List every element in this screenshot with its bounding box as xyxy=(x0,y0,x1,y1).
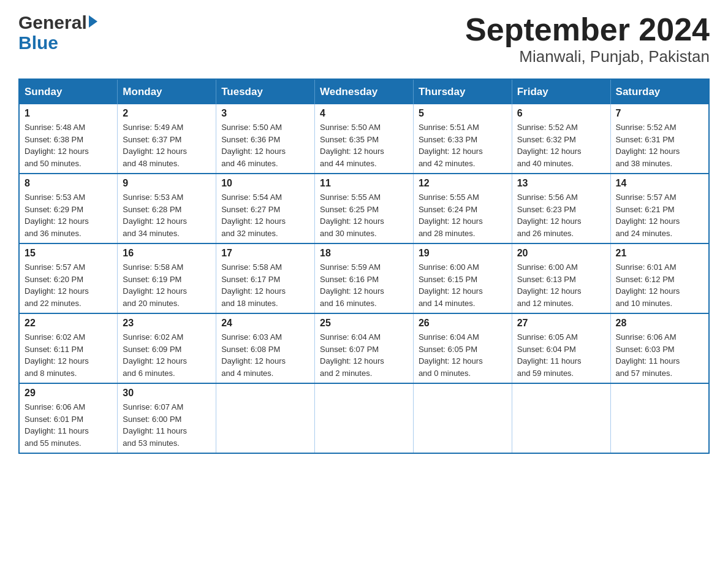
calendar-cell: 25Sunrise: 6:04 AMSunset: 6:07 PMDayligh… xyxy=(315,313,414,383)
day-number: 16 xyxy=(123,248,211,259)
calendar-cell: 16Sunrise: 5:58 AMSunset: 6:19 PMDayligh… xyxy=(118,243,216,313)
week-row-5: 29Sunrise: 6:06 AMSunset: 6:01 PMDayligh… xyxy=(19,383,709,453)
day-number: 24 xyxy=(221,318,309,329)
day-number: 30 xyxy=(123,388,211,399)
calendar-cell xyxy=(315,383,414,453)
title-block: September 2024 Mianwali, Punjab, Pakista… xyxy=(465,12,710,66)
day-number: 18 xyxy=(320,248,408,259)
calendar-cell: 18Sunrise: 5:59 AMSunset: 6:16 PMDayligh… xyxy=(315,243,414,313)
page-subtitle: Mianwali, Punjab, Pakistan xyxy=(465,47,710,66)
day-info: Sunrise: 6:06 AMSunset: 6:01 PMDaylight:… xyxy=(25,401,112,449)
calendar-cell xyxy=(512,383,610,453)
day-info: Sunrise: 5:55 AMSunset: 6:24 PMDaylight:… xyxy=(419,191,507,239)
calendar-cell: 15Sunrise: 5:57 AMSunset: 6:20 PMDayligh… xyxy=(19,243,118,313)
page-header: General Blue September 2024 Mianwali, Pu… xyxy=(18,12,710,66)
day-info: Sunrise: 5:49 AMSunset: 6:37 PMDaylight:… xyxy=(123,121,211,169)
day-number: 25 xyxy=(320,318,408,329)
day-info: Sunrise: 6:07 AMSunset: 6:00 PMDaylight:… xyxy=(123,401,211,449)
calendar-cell: 28Sunrise: 6:06 AMSunset: 6:03 PMDayligh… xyxy=(610,313,709,383)
day-info: Sunrise: 6:04 AMSunset: 6:05 PMDaylight:… xyxy=(419,331,507,379)
calendar-cell: 11Sunrise: 5:55 AMSunset: 6:25 PMDayligh… xyxy=(315,174,414,243)
day-number: 5 xyxy=(419,108,507,119)
calendar-cell: 10Sunrise: 5:54 AMSunset: 6:27 PMDayligh… xyxy=(216,174,315,243)
day-number: 28 xyxy=(616,318,703,329)
calendar-cell: 17Sunrise: 5:58 AMSunset: 6:17 PMDayligh… xyxy=(216,243,315,313)
day-info: Sunrise: 6:02 AMSunset: 6:09 PMDaylight:… xyxy=(123,331,211,379)
week-row-2: 8Sunrise: 5:53 AMSunset: 6:29 PMDaylight… xyxy=(19,174,709,243)
calendar-cell xyxy=(610,383,709,453)
weekday-header-tuesday: Tuesday xyxy=(216,79,315,104)
day-number: 13 xyxy=(517,178,605,189)
day-info: Sunrise: 6:03 AMSunset: 6:08 PMDaylight:… xyxy=(221,331,309,379)
calendar-table: SundayMondayTuesdayWednesdayThursdayFrid… xyxy=(18,79,710,454)
day-info: Sunrise: 6:04 AMSunset: 6:07 PMDaylight:… xyxy=(320,331,408,379)
logo-arrow-icon xyxy=(89,15,97,28)
calendar-cell: 12Sunrise: 5:55 AMSunset: 6:24 PMDayligh… xyxy=(413,174,512,243)
weekday-header-thursday: Thursday xyxy=(413,79,512,104)
day-number: 7 xyxy=(616,108,703,119)
day-info: Sunrise: 5:54 AMSunset: 6:27 PMDaylight:… xyxy=(221,191,309,239)
logo-general-text: General xyxy=(18,12,87,33)
day-number: 15 xyxy=(25,248,112,259)
day-info: Sunrise: 6:00 AMSunset: 6:13 PMDaylight:… xyxy=(517,261,605,309)
day-number: 21 xyxy=(616,248,703,259)
logo: General Blue xyxy=(18,12,97,53)
day-number: 22 xyxy=(25,318,112,329)
day-info: Sunrise: 6:01 AMSunset: 6:12 PMDaylight:… xyxy=(616,261,703,309)
day-info: Sunrise: 5:58 AMSunset: 6:19 PMDaylight:… xyxy=(123,261,211,309)
day-number: 20 xyxy=(517,248,605,259)
day-number: 3 xyxy=(221,108,309,119)
day-info: Sunrise: 6:00 AMSunset: 6:15 PMDaylight:… xyxy=(419,261,507,309)
calendar-cell: 19Sunrise: 6:00 AMSunset: 6:15 PMDayligh… xyxy=(413,243,512,313)
day-info: Sunrise: 5:53 AMSunset: 6:29 PMDaylight:… xyxy=(25,191,112,239)
day-info: Sunrise: 6:06 AMSunset: 6:03 PMDaylight:… xyxy=(616,331,703,379)
day-number: 4 xyxy=(320,108,408,119)
calendar-cell: 21Sunrise: 6:01 AMSunset: 6:12 PMDayligh… xyxy=(610,243,709,313)
calendar-cell: 24Sunrise: 6:03 AMSunset: 6:08 PMDayligh… xyxy=(216,313,315,383)
day-info: Sunrise: 5:53 AMSunset: 6:28 PMDaylight:… xyxy=(123,191,211,239)
weekday-header-friday: Friday xyxy=(512,79,610,104)
day-info: Sunrise: 6:05 AMSunset: 6:04 PMDaylight:… xyxy=(517,331,605,379)
day-info: Sunrise: 5:57 AMSunset: 6:21 PMDaylight:… xyxy=(616,191,703,239)
day-number: 29 xyxy=(25,388,112,399)
logo-line1: General xyxy=(18,12,97,33)
day-info: Sunrise: 5:50 AMSunset: 6:35 PMDaylight:… xyxy=(320,121,408,169)
day-number: 8 xyxy=(25,178,112,189)
day-number: 27 xyxy=(517,318,605,329)
day-number: 12 xyxy=(419,178,507,189)
calendar-cell: 5Sunrise: 5:51 AMSunset: 6:33 PMDaylight… xyxy=(413,104,512,174)
weekday-header-saturday: Saturday xyxy=(610,79,709,104)
day-info: Sunrise: 5:52 AMSunset: 6:32 PMDaylight:… xyxy=(517,121,605,169)
day-number: 26 xyxy=(419,318,507,329)
page-title: September 2024 xyxy=(465,12,710,47)
calendar-cell: 3Sunrise: 5:50 AMSunset: 6:36 PMDaylight… xyxy=(216,104,315,174)
day-info: Sunrise: 5:52 AMSunset: 6:31 PMDaylight:… xyxy=(616,121,703,169)
day-number: 9 xyxy=(123,178,211,189)
logo-blue-text: Blue xyxy=(18,33,97,53)
day-number: 19 xyxy=(419,248,507,259)
calendar-cell: 9Sunrise: 5:53 AMSunset: 6:28 PMDaylight… xyxy=(118,174,216,243)
day-info: Sunrise: 5:55 AMSunset: 6:25 PMDaylight:… xyxy=(320,191,408,239)
week-row-1: 1Sunrise: 5:48 AMSunset: 6:38 PMDaylight… xyxy=(19,104,709,174)
calendar-cell: 1Sunrise: 5:48 AMSunset: 6:38 PMDaylight… xyxy=(19,104,118,174)
calendar-cell: 13Sunrise: 5:56 AMSunset: 6:23 PMDayligh… xyxy=(512,174,610,243)
calendar-cell: 22Sunrise: 6:02 AMSunset: 6:11 PMDayligh… xyxy=(19,313,118,383)
day-number: 1 xyxy=(25,108,112,119)
calendar-cell: 26Sunrise: 6:04 AMSunset: 6:05 PMDayligh… xyxy=(413,313,512,383)
calendar-cell: 14Sunrise: 5:57 AMSunset: 6:21 PMDayligh… xyxy=(610,174,709,243)
weekday-header-wednesday: Wednesday xyxy=(315,79,414,104)
weekday-header-monday: Monday xyxy=(118,79,216,104)
day-info: Sunrise: 5:58 AMSunset: 6:17 PMDaylight:… xyxy=(221,261,309,309)
day-info: Sunrise: 5:56 AMSunset: 6:23 PMDaylight:… xyxy=(517,191,605,239)
day-info: Sunrise: 5:50 AMSunset: 6:36 PMDaylight:… xyxy=(221,121,309,169)
day-number: 14 xyxy=(616,178,703,189)
calendar-cell: 30Sunrise: 6:07 AMSunset: 6:00 PMDayligh… xyxy=(118,383,216,453)
day-info: Sunrise: 5:48 AMSunset: 6:38 PMDaylight:… xyxy=(25,121,112,169)
day-number: 2 xyxy=(123,108,211,119)
week-row-4: 22Sunrise: 6:02 AMSunset: 6:11 PMDayligh… xyxy=(19,313,709,383)
calendar-cell: 27Sunrise: 6:05 AMSunset: 6:04 PMDayligh… xyxy=(512,313,610,383)
week-row-3: 15Sunrise: 5:57 AMSunset: 6:20 PMDayligh… xyxy=(19,243,709,313)
day-number: 6 xyxy=(517,108,605,119)
calendar-cell: 4Sunrise: 5:50 AMSunset: 6:35 PMDaylight… xyxy=(315,104,414,174)
day-number: 23 xyxy=(123,318,211,329)
